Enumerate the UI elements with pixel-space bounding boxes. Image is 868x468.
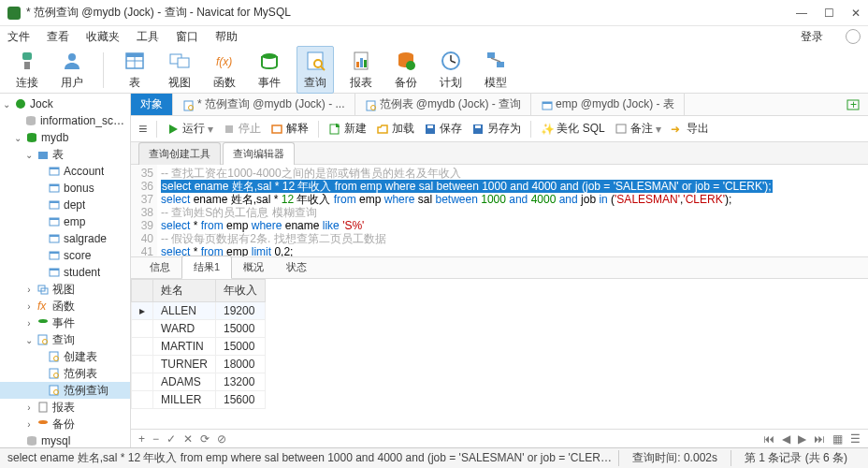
nav-add-icon[interactable]: +: [138, 432, 145, 446]
toolbar-query[interactable]: 查询: [297, 46, 334, 94]
tree-item[interactable]: ›fx函数: [0, 298, 130, 314]
load-button[interactable]: 加载: [376, 121, 414, 137]
tree-twisty-icon[interactable]: ⌄: [24, 335, 34, 345]
menu-tools[interactable]: 工具: [137, 29, 159, 45]
table-row[interactable]: ▸ALLEN19200: [132, 302, 266, 320]
svg-rect-23: [487, 52, 495, 58]
table-row[interactable]: WARD15000: [132, 320, 266, 338]
subtab-editor[interactable]: 查询编辑器: [223, 142, 295, 165]
tree-item[interactable]: dept: [0, 197, 130, 213]
explain-button[interactable]: 解释: [270, 121, 309, 137]
table-row[interactable]: MARTIN15000: [132, 338, 266, 356]
tree-item[interactable]: ⌄表: [0, 146, 130, 163]
restab-profile[interactable]: 概况: [232, 256, 275, 278]
nav-stop-icon[interactable]: ⊘: [217, 432, 226, 446]
nav-grid-icon[interactable]: ▦: [832, 432, 843, 446]
tree-item[interactable]: Account: [0, 163, 130, 180]
new-button[interactable]: 新建: [328, 121, 367, 137]
toolbar-view[interactable]: 视图: [162, 47, 197, 93]
nav-form-icon[interactable]: ☰: [850, 432, 861, 446]
toolbar-user[interactable]: 用户: [54, 47, 90, 93]
saveas-button[interactable]: 另存为: [471, 121, 521, 137]
tree-item[interactable]: ›备份: [0, 416, 130, 432]
run-button[interactable]: 运行▾: [166, 121, 213, 137]
tree-twisty-icon[interactable]: ›: [24, 285, 34, 295]
subtab-builder[interactable]: 查询创建工具: [138, 142, 221, 165]
doc-tab[interactable]: emp @mydb (Jock) - 表: [531, 94, 685, 115]
login-link[interactable]: 登录: [801, 29, 823, 45]
nav-next-icon[interactable]: ▶: [798, 432, 806, 446]
restab-info[interactable]: 信息: [138, 256, 181, 278]
toolbar-table[interactable]: 表: [117, 47, 152, 93]
doc-tab[interactable]: * 范例查询 @mydb (Jock) - ...: [173, 94, 355, 115]
object-tree[interactable]: ⌄Jockinformation_schema⌄mydb⌄表Accountbon…: [0, 94, 131, 447]
toolbar-report[interactable]: 报表: [343, 47, 379, 93]
nav-prev-icon[interactable]: ◀: [782, 432, 790, 446]
new-tab-icon[interactable]: +: [846, 97, 861, 112]
nav-del-icon[interactable]: −: [152, 432, 159, 446]
toolbar-backup[interactable]: 备份: [388, 47, 424, 93]
nav-ok-icon[interactable]: ✓: [166, 432, 176, 446]
table-row[interactable]: MILLER15600: [132, 391, 266, 409]
toolbar-model[interactable]: 模型: [478, 47, 514, 93]
toolbar-plug[interactable]: 连接: [9, 47, 45, 93]
col-header[interactable]: 姓名: [153, 280, 216, 302]
tree-twisty-icon[interactable]: ›: [24, 419, 34, 430]
tree-item[interactable]: ›事件: [0, 314, 130, 331]
tree-item[interactable]: 范例查询: [0, 382, 130, 399]
tree-item[interactable]: bonus: [0, 180, 130, 197]
tree-item[interactable]: ⌄Jock: [0, 95, 130, 112]
table-row[interactable]: ADAMS13200: [132, 373, 266, 391]
nav-refresh-icon[interactable]: ⟳: [200, 432, 210, 446]
minimize-button[interactable]: —: [796, 7, 807, 20]
tree-item[interactable]: score: [0, 247, 130, 264]
tree-item[interactable]: 范例表: [0, 365, 130, 382]
result-grid[interactable]: 姓名年收入▸ALLEN19200WARD15000MARTIN15000TURN…: [131, 279, 868, 429]
tree-twisty-icon[interactable]: ⌄: [2, 99, 11, 110]
menu-icon[interactable]: ≡: [138, 121, 147, 138]
nav-last-icon[interactable]: ⏭: [814, 432, 825, 446]
tbl-icon: [48, 215, 61, 228]
menu-help[interactable]: 帮助: [215, 29, 238, 45]
tree-twisty-icon[interactable]: ›: [24, 301, 34, 312]
toolbar-schedule[interactable]: 计划: [433, 47, 469, 93]
stop-button[interactable]: 停止: [223, 121, 261, 137]
restab-result1[interactable]: 结果1: [181, 256, 232, 279]
tree-item[interactable]: mysql: [0, 432, 130, 447]
restab-status[interactable]: 状态: [275, 256, 318, 278]
beautify-button[interactable]: ✨美化 SQL: [541, 121, 604, 137]
tree-item[interactable]: ⌄mydb: [0, 129, 130, 146]
menu-view[interactable]: 查看: [47, 29, 69, 45]
tree-item[interactable]: information_schema: [0, 112, 130, 129]
doc-tab[interactable]: 对象: [131, 94, 173, 115]
toolbar-event[interactable]: 事件: [252, 47, 287, 93]
menu-window[interactable]: 窗口: [176, 29, 198, 45]
sql-editor[interactable]: 3536373839404142 -- 查找工资在1000-4000之间的是部或…: [131, 165, 868, 256]
close-button[interactable]: ✕: [851, 7, 861, 20]
tree-twisty-icon[interactable]: ›: [24, 318, 34, 329]
nav-first-icon[interactable]: ⏮: [763, 432, 774, 446]
menu-file[interactable]: 文件: [7, 29, 30, 45]
tree-item[interactable]: salgrade: [0, 230, 130, 247]
save-button[interactable]: 保存: [424, 121, 462, 137]
nav-cancel-icon[interactable]: ✕: [183, 432, 193, 446]
tree-item[interactable]: ›报表: [0, 399, 130, 416]
tree-twisty-icon[interactable]: ›: [24, 402, 34, 413]
tree-item[interactable]: emp: [0, 213, 130, 230]
tree-item[interactable]: ›视图: [0, 281, 130, 298]
user-avatar-icon[interactable]: [846, 29, 861, 44]
tree-item[interactable]: ⌄查询: [0, 331, 130, 348]
menu-fav[interactable]: 收藏夹: [86, 29, 120, 45]
toolbar-fx[interactable]: f(x)函数: [207, 47, 242, 93]
tree-item[interactable]: student: [0, 264, 130, 281]
table-row[interactable]: TURNER18000: [132, 356, 266, 373]
tree-twisty-icon[interactable]: ⌄: [24, 150, 34, 160]
export-button[interactable]: ➜导出: [671, 121, 709, 137]
note-button[interactable]: 备注▾: [615, 121, 661, 137]
code-area[interactable]: -- 查找工资在1000-4000之间的是部或销售员的姓名及年收入 select…: [157, 165, 868, 256]
tree-twisty-icon[interactable]: ⌄: [13, 133, 22, 143]
tree-item[interactable]: 创建表: [0, 348, 130, 365]
maximize-button[interactable]: ☐: [824, 7, 834, 20]
col-header[interactable]: 年收入: [216, 280, 266, 302]
doc-tab[interactable]: 范例表 @mydb (Jock) - 查询: [355, 94, 532, 115]
